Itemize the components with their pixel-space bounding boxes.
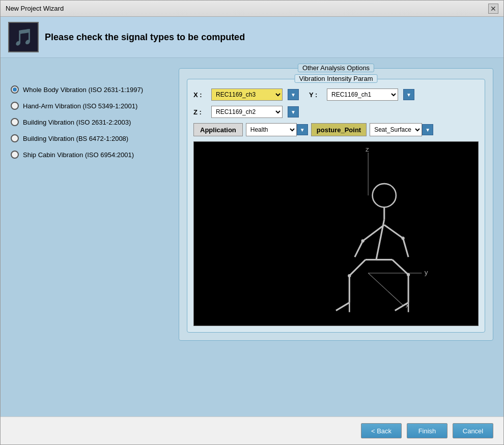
y-dropdown-arrow[interactable]: ▼ [403,89,414,100]
radio-item-bv2[interactable]: Building Vibration (BS 6472-1:2008) [11,132,169,144]
z-dropdown-arrow[interactable]: ▼ [288,106,299,117]
finish-button[interactable]: Finish [407,423,447,438]
header: 🎵 Please check the signal types to be co… [1,17,503,58]
close-button[interactable]: ✕ [488,4,498,14]
inner-group-legend: Vibration Intensity Param [295,74,378,83]
left-panel: Whole Body Vibration (ISO 2631-1:1997) H… [11,68,169,406]
logo-icon: 🎵 [13,27,34,47]
z-select[interactable]: REC1169_ch2 [211,106,283,118]
health-dropdown-arrow[interactable]: ▼ [297,124,308,135]
svg-point-26 [348,274,351,277]
x-dropdown-arrow[interactable]: ▼ [288,89,299,100]
visualization-area: z y x [193,141,479,326]
application-button[interactable]: Application [193,123,243,136]
svg-point-24 [361,240,364,243]
header-title: Please check the signal types to be comp… [45,32,245,43]
radio-label-wbv: Whole Body Vibration (ISO 2631-1:1997) [23,86,143,94]
posture-button[interactable]: posture_Point [311,123,367,136]
radio-bv2[interactable] [11,134,19,142]
dialog: New Project Wizard ✕ 🎵 Please check the … [0,0,504,445]
footer: < Back Finish Cancel [1,417,503,444]
z-label: Z : [193,108,206,116]
stick-figure-svg: z y x [194,142,478,324]
seat-dropdown-arrow[interactable]: ▼ [422,124,433,135]
inner-group: Vibration Intensity Param X : REC1169_ch… [187,79,485,333]
y-select[interactable]: REC1169_ch1 [327,88,398,101]
svg-point-25 [401,236,404,240]
radio-wbv[interactable] [11,85,19,94]
x-label: X : [193,91,206,99]
health-select-wrap: Health ▼ [246,123,308,136]
z-param-row: Z : REC1169_ch2 ▼ [193,106,479,118]
seat-select[interactable]: Seat_Surface [370,123,422,136]
back-button[interactable]: < Back [361,423,402,438]
right-panel: Other Analysis Options Vibration Intensi… [179,68,493,406]
logo-box: 🎵 [8,22,39,52]
svg-point-27 [407,273,410,276]
outer-group: Other Analysis Options Vibration Intensi… [179,68,493,341]
title-bar: New Project Wizard ✕ [1,1,503,17]
radio-bv1[interactable] [11,118,19,126]
y-label: Y : [309,91,322,99]
svg-rect-0 [194,142,478,324]
x-select[interactable]: REC1169_ch3 [211,88,283,101]
dialog-title: New Project Wizard [6,5,64,12]
radio-item-wbv[interactable]: Whole Body Vibration (ISO 2631-1:1997) [11,83,169,96]
radio-item-scv[interactable]: Ship Cabin Vibration (ISO 6954:2001) [11,149,169,161]
svg-text:y: y [425,269,428,276]
radio-scv[interactable] [11,151,19,159]
outer-group-legend: Other Analysis Options [298,64,374,72]
radio-label-bv1: Building Vibration (ISO 2631-2:2003) [23,118,131,126]
application-row: Application Health ▼ posture_Point Seat_… [193,123,479,136]
health-select[interactable]: Health [246,123,297,136]
radio-item-bv1[interactable]: Building Vibration (ISO 2631-2:2003) [11,116,169,128]
radio-label-hav: Hand-Arm Vibration (ISO 5349-1:2001) [23,102,137,110]
cancel-button[interactable]: Cancel [453,423,493,438]
radio-item-hav[interactable]: Hand-Arm Vibration (ISO 5349-1:2001) [11,100,169,112]
svg-text:z: z [366,145,369,153]
radio-label-bv2: Building Vibration (BS 6472-1:2008) [23,135,128,142]
seat-select-wrap: Seat_Surface ▼ [370,123,433,136]
radio-label-scv: Ship Cabin Vibration (ISO 6954:2001) [23,151,134,159]
radio-hav[interactable] [11,102,19,110]
content-area: Whole Body Vibration (ISO 2631-1:1997) H… [1,58,503,417]
xy-param-row: X : REC1169_ch3 ▼ Y : REC1169_ch1 ▼ [193,88,479,101]
